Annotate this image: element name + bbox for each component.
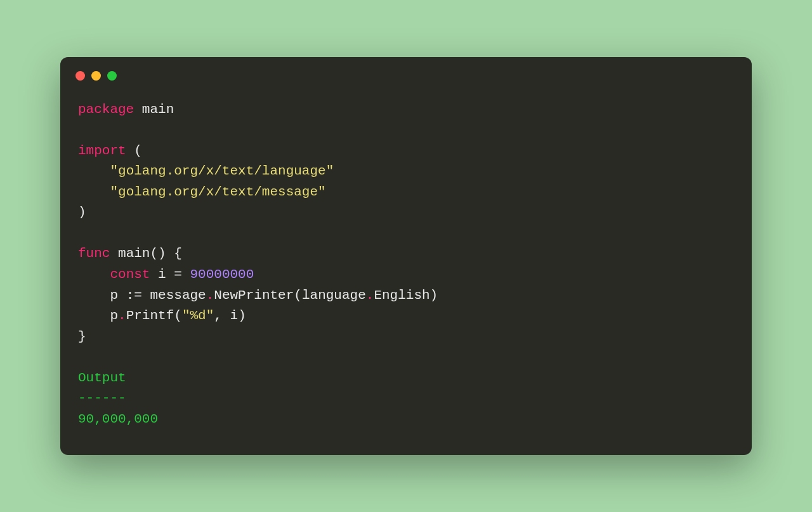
call-close: ) <box>430 288 438 303</box>
ident-english: English <box>374 288 429 303</box>
call-close-2: ) <box>238 308 246 323</box>
func-name: main <box>118 246 150 261</box>
dot-op: . <box>206 288 214 303</box>
output-separator: ------ <box>78 391 126 405</box>
arg-i: i <box>230 308 239 323</box>
terminal-window: package main import ( "golang.org/x/text… <box>60 57 752 456</box>
walrus-op: := <box>126 288 142 303</box>
call-open: ( <box>294 288 302 303</box>
dot-op-3: . <box>118 308 126 323</box>
keyword-func: func <box>78 246 110 261</box>
code-block: package main import ( "golang.org/x/text… <box>60 87 752 430</box>
keyword-import: import <box>78 143 126 158</box>
ident-printf: Printf <box>126 308 174 323</box>
ident-language: language <box>302 288 366 303</box>
package-name: main <box>142 102 174 117</box>
import-path-1: "golang.org/x/text/language" <box>110 164 334 178</box>
paren-open: ( <box>134 143 142 158</box>
comma: , <box>214 308 230 323</box>
brace-open: { <box>174 246 182 261</box>
minimize-icon[interactable] <box>91 71 101 81</box>
paren-close: ) <box>78 205 86 220</box>
equals: = <box>174 267 182 282</box>
const-value: 90000000 <box>190 267 254 282</box>
output-label: Output <box>78 371 126 385</box>
dot-op-2: . <box>366 288 374 303</box>
var-p2: p <box>110 308 118 323</box>
const-name: i <box>158 267 166 282</box>
window-titlebar <box>60 57 752 87</box>
brace-close: } <box>78 329 86 344</box>
ident-message: message <box>150 288 206 303</box>
keyword-const: const <box>110 267 150 282</box>
maximize-icon[interactable] <box>107 71 117 81</box>
import-path-2: "golang.org/x/text/message" <box>110 185 325 199</box>
ident-newprinter: NewPrinter <box>214 288 294 303</box>
output-value: 90,000,000 <box>78 412 158 426</box>
call-open-2: ( <box>174 308 182 323</box>
var-p: p <box>110 288 118 303</box>
keyword-package: package <box>78 102 134 117</box>
func-parens: () <box>150 246 166 261</box>
close-icon[interactable] <box>75 71 85 81</box>
format-string: "%d" <box>182 308 214 323</box>
